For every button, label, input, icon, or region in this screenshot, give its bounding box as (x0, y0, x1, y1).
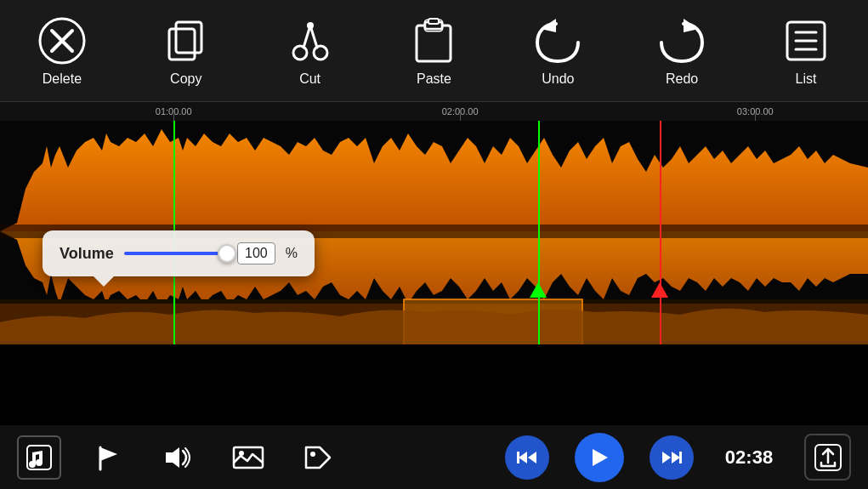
image-button[interactable] (226, 435, 270, 480)
play-icon (587, 446, 611, 469)
undo-label: Undo (542, 71, 574, 87)
time-ruler: 01:00.00 02:00.00 03:00.00 (0, 102, 868, 121)
svg-point-5 (293, 46, 307, 60)
svg-point-6 (314, 46, 327, 60)
svg-marker-36 (593, 449, 608, 466)
volume-value: 100 (237, 242, 275, 264)
redo-label: Redo (666, 71, 698, 87)
svg-rect-4 (169, 29, 195, 60)
svg-marker-34 (528, 452, 536, 463)
svg-line-8 (310, 26, 317, 48)
list-button[interactable]: List (772, 15, 840, 87)
tag-icon (303, 444, 333, 471)
cut-label: Cut (299, 71, 321, 87)
svg-marker-29 (166, 447, 179, 468)
tag-button[interactable] (296, 435, 340, 480)
svg-marker-38 (672, 452, 680, 463)
cut-icon (285, 15, 336, 66)
export-icon (813, 442, 843, 473)
triangle-red (651, 282, 668, 298)
volume-unit: % (286, 246, 298, 261)
music-button[interactable] (17, 435, 61, 480)
toolbar: Delete Copy Cut (0, 0, 868, 102)
image-icon (232, 444, 264, 471)
copy-label: Copy (170, 71, 201, 87)
waveform-display[interactable]: Volume 100 % (0, 121, 868, 344)
copy-button[interactable]: Copy (152, 15, 220, 87)
mini-waveform (0, 299, 868, 344)
marker-red (660, 121, 661, 344)
fastforward-button[interactable] (650, 435, 694, 480)
marker-green-2 (538, 121, 540, 344)
list-icon (780, 15, 831, 66)
rewind-button[interactable] (505, 435, 549, 480)
timeline-area[interactable]: 01:00.00 02:00.00 03:00.00 (0, 102, 868, 344)
paste-icon (408, 15, 459, 66)
time-display: 02:38 (719, 446, 779, 469)
music-icon (26, 444, 53, 471)
copy-icon (161, 15, 212, 66)
triangle-green (530, 282, 547, 298)
speaker-button[interactable] (156, 435, 201, 480)
paste-label: Paste (417, 71, 451, 87)
svg-rect-14 (428, 19, 439, 24)
svg-rect-39 (679, 452, 682, 463)
volume-popup: Volume 100 % (43, 230, 315, 276)
delete-label: Delete (43, 71, 82, 87)
delete-icon (37, 15, 88, 66)
undo-button[interactable]: Undo (524, 15, 592, 87)
rewind-icon (515, 446, 539, 469)
volume-label: Volume (60, 245, 114, 263)
svg-point-31 (239, 451, 244, 456)
cut-button[interactable]: Cut (276, 15, 344, 87)
svg-marker-27 (100, 447, 117, 461)
play-button[interactable] (575, 433, 624, 482)
undo-icon (532, 15, 583, 66)
svg-rect-3 (176, 22, 201, 53)
svg-line-7 (304, 26, 310, 48)
speaker-icon (162, 444, 195, 471)
bottom-bar: 02:38 (0, 425, 868, 489)
delete-button[interactable]: Delete (28, 15, 96, 87)
flag-icon (95, 444, 122, 471)
redo-icon (656, 15, 707, 66)
paste-button[interactable]: Paste (400, 15, 468, 87)
svg-point-9 (307, 22, 314, 29)
svg-rect-35 (517, 452, 519, 463)
flag-button[interactable] (87, 435, 131, 480)
export-button[interactable] (804, 434, 851, 480)
svg-marker-37 (662, 452, 671, 463)
list-label: List (796, 71, 817, 87)
volume-slider-thumb[interactable] (218, 244, 236, 263)
svg-marker-33 (519, 452, 527, 463)
volume-slider[interactable] (124, 252, 227, 255)
fastforward-icon (660, 446, 684, 469)
svg-point-32 (310, 452, 315, 457)
redo-button[interactable]: Redo (648, 15, 716, 87)
